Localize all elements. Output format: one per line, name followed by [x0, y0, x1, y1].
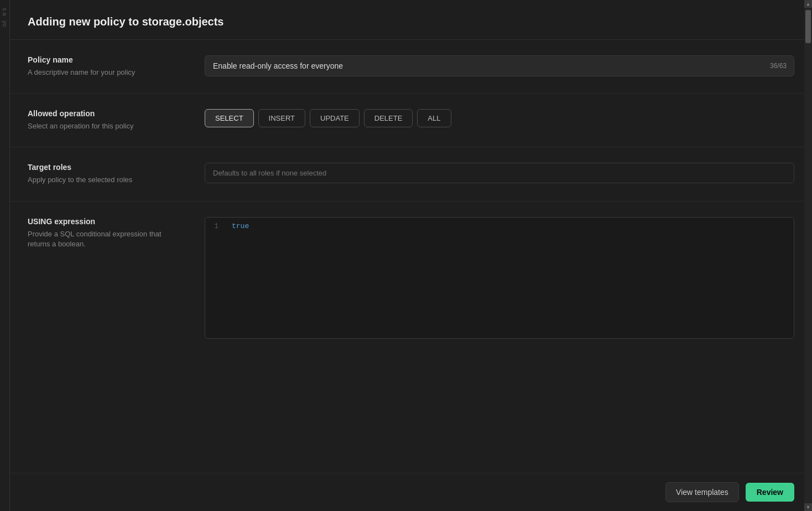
code-editor[interactable]: 1 true [205, 217, 794, 339]
target-roles-description: Apply policy to the selected roles [28, 175, 183, 185]
line-number-1: 1 [205, 222, 227, 230]
target-roles-label-group: Target roles Apply policy to the selecte… [28, 163, 183, 185]
review-button[interactable]: Review [746, 483, 794, 502]
sidebar-stub-text2: yo [0, 18, 9, 29]
policy-name-section: Policy name A descriptive name for your … [10, 40, 812, 94]
char-count: 36/63 [770, 62, 787, 70]
dialog-footer: View templates Review [10, 473, 812, 511]
sidebar-stub: s a yo [0, 0, 10, 511]
policy-name-input-wrapper: 36/63 [205, 55, 794, 76]
dialog-body[interactable]: Policy name A descriptive name for your … [10, 40, 812, 511]
dialog-title: Adding new policy to storage.objects [28, 16, 794, 28]
target-roles-section: Target roles Apply policy to the selecte… [10, 147, 812, 201]
policy-name-control: 36/63 [205, 55, 794, 76]
code-line-1: 1 true [205, 218, 794, 235]
scrollbar-arrow-up[interactable]: ▲ [804, 0, 812, 8]
allowed-operation-description: Select an operation for this policy [28, 121, 183, 131]
using-expression-label-group: USING expression Provide a SQL condition… [28, 217, 183, 249]
target-roles-input[interactable] [205, 163, 794, 183]
policy-name-label: Policy name [28, 55, 183, 64]
op-all-button[interactable]: ALL [417, 109, 451, 127]
policy-name-label-group: Policy name A descriptive name for your … [28, 55, 183, 78]
using-expression-label: USING expression [28, 217, 183, 226]
dialog-container: Adding new policy to storage.objects Pol… [10, 0, 812, 511]
allowed-operation-section: Allowed operation Select an operation fo… [10, 94, 812, 147]
op-update-button[interactable]: UPDATE [310, 109, 360, 127]
view-templates-button[interactable]: View templates [665, 482, 739, 502]
allowed-operation-label: Allowed operation [28, 109, 183, 118]
main-content: Adding new policy to storage.objects Pol… [10, 0, 812, 511]
scrollbar-track: ▲ ▼ [804, 0, 812, 511]
using-expression-description: Provide a SQL conditional expression tha… [28, 229, 183, 249]
dialog-header: Adding new policy to storage.objects [10, 0, 812, 40]
line-content-1: true [227, 222, 253, 230]
operation-buttons-group: SELECT INSERT UPDATE DELETE ALL [205, 109, 794, 127]
using-expression-control: 1 true [205, 217, 794, 339]
op-delete-button[interactable]: DELETE [364, 109, 413, 127]
sidebar-stub-text1: s a [0, 6, 9, 18]
policy-name-input[interactable] [205, 55, 794, 76]
code-keyword-true: true [232, 222, 249, 230]
op-insert-button[interactable]: INSERT [258, 109, 305, 127]
allowed-operation-control: SELECT INSERT UPDATE DELETE ALL [205, 109, 794, 127]
target-roles-control [205, 163, 794, 183]
op-select-button[interactable]: SELECT [205, 109, 254, 127]
scrollbar-thumb[interactable] [805, 10, 811, 43]
allowed-operation-label-group: Allowed operation Select an operation fo… [28, 109, 183, 131]
scrollbar-arrow-down[interactable]: ▼ [804, 503, 812, 511]
target-roles-label: Target roles [28, 163, 183, 172]
policy-name-description: A descriptive name for your policy [28, 68, 183, 78]
using-expression-section: USING expression Provide a SQL condition… [10, 202, 812, 354]
